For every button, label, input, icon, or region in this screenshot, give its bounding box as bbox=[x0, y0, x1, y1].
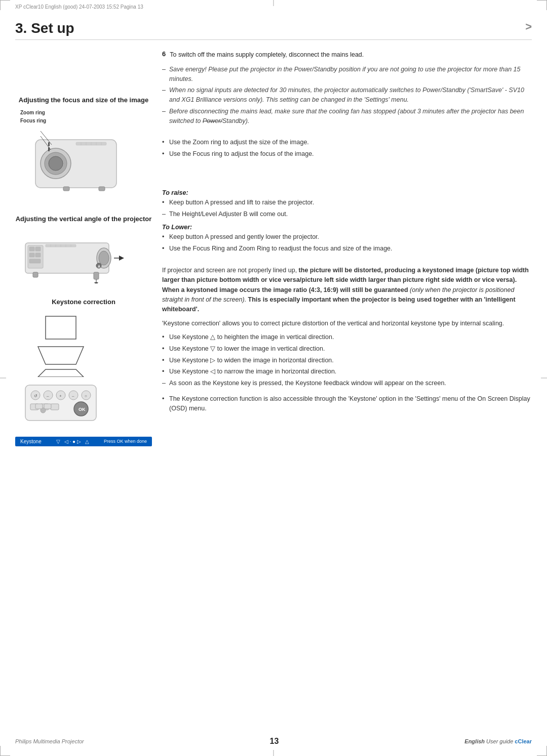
section-vertical-heading: Adjusting the vertical angle of the proj… bbox=[15, 215, 152, 224]
remote-control-image: ↺ – + – ○ OK bbox=[15, 383, 106, 433]
to-lower-heading: To Lower: bbox=[162, 224, 532, 231]
svg-rect-32 bbox=[94, 272, 99, 279]
svg-text:↺: ↺ bbox=[34, 394, 37, 398]
osd-arrow-down: ▽ bbox=[56, 439, 60, 444]
note-1: Save energy! Please put the projector in… bbox=[162, 65, 532, 84]
section-keystone-left: Keystone correction bbox=[15, 298, 152, 446]
page-title-area: 3. Set up > bbox=[15, 20, 532, 40]
svg-rect-14 bbox=[63, 187, 69, 191]
keystone-bullet-3: Use Keystone ▷ to widen the image in hor… bbox=[162, 356, 532, 365]
footer-right: English User guide cClear bbox=[464, 738, 532, 744]
to-raise-heading: To raise: bbox=[162, 189, 532, 196]
right-column: 6 To switch off the mains supply complet… bbox=[162, 50, 532, 460]
svg-text:–: – bbox=[72, 394, 74, 398]
keystone-bullet-1: Use Keystone △ to heighten the image in … bbox=[162, 332, 532, 342]
vertical-section-right: To raise: Keep button A pressed and lift… bbox=[162, 189, 532, 254]
section-focus-left: Adjusting the focus and size of the imag… bbox=[15, 96, 152, 200]
section-focus-heading: Adjusting the focus and size of the imag… bbox=[15, 96, 152, 105]
left-column: Adjusting the focus and size of the imag… bbox=[15, 50, 162, 460]
focus-bullet-1: Use the Zoom ring to adjust the size of … bbox=[162, 138, 532, 147]
keystone-bullets: Use Keystone △ to heighten the image in … bbox=[162, 332, 532, 388]
svg-rect-15 bbox=[99, 187, 105, 191]
svg-text:OK: OK bbox=[79, 407, 86, 412]
keystone-final-bullet: The Keystone correction function is also… bbox=[162, 394, 532, 413]
projector-image bbox=[20, 127, 127, 200]
vertical-angle-image: A bbox=[15, 228, 127, 283]
svg-rect-19 bbox=[35, 247, 41, 251]
page-header: XP cClear10 English (good) 24-07-2003 15… bbox=[15, 4, 143, 10]
center-mark-left bbox=[0, 378, 6, 379]
step6-row: 6 To switch off the mains supply complet… bbox=[162, 50, 532, 60]
svg-rect-4 bbox=[48, 142, 50, 146]
svg-rect-20 bbox=[29, 253, 34, 257]
step6-section: 6 To switch off the mains supply complet… bbox=[162, 50, 532, 125]
svg-point-3 bbox=[49, 156, 63, 171]
lower-item-1: Keep button A pressed and gently lower t… bbox=[162, 232, 532, 242]
focus-section-right: Use the Zoom ring to adjust the size of … bbox=[162, 138, 532, 159]
osd-keystone-label: Keystone bbox=[20, 439, 42, 444]
svg-rect-21 bbox=[35, 253, 41, 257]
notes-list: Save energy! Please put the projector in… bbox=[162, 65, 532, 126]
keystone-section-right: If projector and screen are not properly… bbox=[162, 266, 532, 413]
zoom-ring-label: Zoom ring bbox=[20, 109, 152, 117]
section-vertical-left: Adjusting the vertical angle of the proj… bbox=[15, 215, 152, 283]
footer-brand: Philips Multimedia Projector bbox=[15, 738, 84, 744]
corner-mark-tr bbox=[537, 0, 547, 10]
focus-ring-label: Focus ring bbox=[20, 117, 152, 125]
svg-rect-39 bbox=[46, 316, 76, 339]
osd-center: ▽ ◁ · ● ▷ △ bbox=[56, 439, 89, 444]
svg-text:○: ○ bbox=[85, 394, 87, 398]
footer-language: English bbox=[464, 738, 485, 744]
lower-item-2: Use the Focus Ring and Zoom Ring to read… bbox=[162, 244, 532, 254]
focus-bullet-2: Use the Focus ring to adjust the focus o… bbox=[162, 149, 532, 159]
svg-marker-34 bbox=[94, 282, 98, 283]
focus-bullets: Use the Zoom ring to adjust the size of … bbox=[162, 138, 532, 159]
center-mark-bottom bbox=[274, 750, 274, 756]
step6-number: 6 bbox=[162, 50, 166, 60]
main-content: 3. Set up > Adjusting the focus and size… bbox=[15, 20, 532, 726]
keystone-shapes-image bbox=[15, 311, 106, 377]
footer-user-guide-text: User guide bbox=[486, 738, 513, 744]
step6-text: To switch off the mains supply completel… bbox=[170, 50, 532, 60]
raise-item-2: The Height/Level Adjuster B will come ou… bbox=[162, 209, 532, 219]
raise-item-1: Keep button A pressed and lift to raise … bbox=[162, 198, 532, 207]
footer-product: cClear bbox=[515, 738, 532, 744]
osd-press-label: Press OK when done bbox=[104, 439, 147, 444]
svg-rect-18 bbox=[29, 247, 34, 251]
svg-rect-22 bbox=[29, 259, 41, 263]
keystone-para1: If projector and screen are not properly… bbox=[162, 266, 532, 315]
svg-marker-37 bbox=[119, 256, 124, 261]
keystone-bullet-2: Use Keystone ▽ to lower the image in ver… bbox=[162, 344, 532, 354]
note-2: When no signal inputs are detected for 3… bbox=[162, 86, 532, 105]
keystone-para2: 'Keystone correction' allows you to corr… bbox=[162, 319, 532, 328]
page-title: 3. Set up bbox=[15, 20, 74, 36]
svg-rect-55 bbox=[51, 404, 59, 410]
keystone-final-list: The Keystone correction function is also… bbox=[162, 394, 532, 413]
svg-text:–: – bbox=[47, 394, 49, 398]
keystone-bullet-4: Use Keystone ◁ to narrow the image in ho… bbox=[162, 367, 532, 376]
zoom-labels: Zoom ring Focus ring bbox=[20, 109, 152, 125]
raise-list: Keep button A pressed and lift to raise … bbox=[162, 198, 532, 219]
nav-arrow: > bbox=[525, 20, 532, 33]
osd-arrow-up: △ bbox=[85, 439, 89, 444]
corner-mark-br bbox=[537, 746, 547, 756]
svg-rect-60 bbox=[44, 404, 51, 409]
page-footer: Philips Multimedia Projector 13 English … bbox=[15, 737, 532, 746]
svg-rect-31 bbox=[33, 272, 38, 277]
footer-page-number: 13 bbox=[270, 737, 279, 746]
svg-rect-59 bbox=[35, 404, 43, 409]
corner-mark-tl bbox=[0, 0, 10, 10]
lower-list: Keep button A pressed and gently lower t… bbox=[162, 232, 532, 254]
keystone-bullet-5: As soon as the Keystone key is pressed, … bbox=[162, 379, 532, 388]
center-mark-right bbox=[541, 378, 547, 379]
keystone-osd-bar: Keystone ▽ ◁ · ● ▷ △ Press OK when done bbox=[15, 437, 152, 446]
corner-mark-bl bbox=[0, 746, 10, 756]
svg-marker-41 bbox=[38, 369, 84, 377]
svg-text:A: A bbox=[98, 265, 100, 268]
zoom-focus-diagram: Zoom ring Focus ring bbox=[20, 109, 152, 200]
osd-arrows: ◁ · ● ▷ bbox=[64, 439, 81, 444]
section-keystone-heading: Keystone correction bbox=[15, 298, 152, 307]
svg-point-30 bbox=[99, 251, 109, 265]
center-mark-top bbox=[274, 0, 274, 6]
content-layout: Adjusting the focus and size of the imag… bbox=[15, 50, 532, 460]
